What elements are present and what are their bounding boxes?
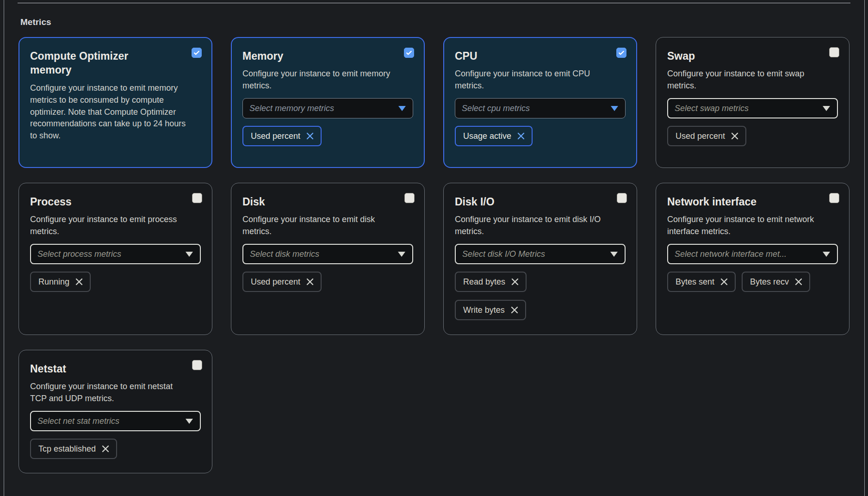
token-group: Used percent [667,126,838,146]
close-icon [719,277,729,286]
token-dismiss-button[interactable] [516,131,526,141]
token-dismiss-button[interactable] [305,277,315,286]
metric-checkbox[interactable] [404,48,414,58]
token-dismiss-button[interactable] [719,277,729,286]
metric-card-disk[interactable]: Disk Configure your instance to emit dis… [231,183,425,335]
token-group: Usage active [455,126,626,146]
metrics-select[interactable]: Select disk I/O Metrics [455,244,626,264]
token-label: Usage active [463,131,511,141]
chevron-down-icon [823,106,830,111]
token-dismiss-button[interactable] [510,305,519,315]
metric-checkbox[interactable] [192,360,202,370]
token-dismiss-button[interactable] [794,277,803,286]
token-dismiss-button[interactable] [305,131,315,141]
card-description: Configure your instance to emit netstat … [30,381,191,405]
metric-card-network-interface[interactable]: Network interface Configure your instanc… [656,183,849,335]
metrics-select[interactable]: Select disk metrics [242,244,413,264]
select-placeholder: Select net stat metrics [37,416,119,426]
token-group: Used percent [242,272,413,292]
metric-token: Usage active [455,126,533,146]
metric-token: Bytes recv [742,272,810,292]
metric-token: Read bytes [455,272,527,292]
card-description: Configure your instance to emit CPU metr… [455,68,616,92]
token-label: Bytes recv [750,277,789,287]
metrics-select[interactable]: Select memory metrics [242,98,413,118]
select-placeholder: Select swap metrics [675,104,749,113]
token-dismiss-button[interactable] [101,444,110,453]
metrics-select[interactable]: Select swap metrics [667,98,838,118]
check-icon [193,49,200,56]
select-placeholder: Select disk metrics [250,249,319,259]
token-label: Used percent [676,131,725,141]
metric-card-disk-io[interactable]: Disk I/O Configure your instance to emit… [443,183,637,335]
metric-token: Used percent [242,272,322,292]
metric-card-cpu[interactable]: CPU Configure your instance to emit CPU … [443,37,637,168]
close-icon [516,131,526,141]
chevron-down-icon [186,419,193,424]
token-group: Used percent [242,126,413,146]
metric-card-netstat[interactable]: Netstat Configure your instance to emit … [19,350,212,473]
card-title: Disk I/O [455,195,585,209]
metric-checkbox[interactable] [616,48,626,58]
token-dismiss-button[interactable] [74,277,84,286]
card-title: Process [30,195,161,209]
card-description: Configure your instance to emit swap met… [667,68,828,92]
panel-left-border [4,0,4,496]
card-title: Compute Optimizer memory [30,49,161,77]
section-divider [18,3,850,3]
token-label: Used percent [251,277,300,287]
metric-checkbox[interactable] [617,193,627,203]
check-icon [618,49,625,56]
token-label: Used percent [251,131,300,141]
close-icon [305,131,315,141]
chevron-down-icon [611,106,618,111]
token-dismiss-button[interactable] [510,277,520,286]
card-description: Configure your instance to emit disk I/O… [455,214,616,238]
card-title: Memory [242,49,373,63]
token-group: Bytes sent Bytes recv [667,272,838,292]
metrics-select[interactable]: Select net stat metrics [30,411,201,431]
card-description: Configure your instance to emit process … [30,214,191,238]
close-icon [794,277,803,286]
metric-token: Used percent [242,126,322,146]
metric-token: Bytes sent [667,272,736,292]
token-group: Running [30,272,201,292]
card-title: Disk [242,195,373,209]
metric-checkbox[interactable] [829,47,839,57]
select-placeholder: Select network interface met... [675,249,787,259]
chevron-down-icon [398,106,406,111]
token-label: Read bytes [463,277,505,287]
token-label: Tcp established [38,444,96,454]
card-description: Configure your instance to emit disk met… [242,214,403,238]
select-placeholder: Select disk I/O Metrics [462,249,545,259]
metric-card-process[interactable]: Process Configure your instance to emit … [19,183,212,335]
select-placeholder: Select process metrics [37,249,121,259]
section-label-metrics: Metrics [20,17,51,27]
card-description: Configure your instance to emit network … [667,214,828,238]
card-title: Netstat [30,362,161,376]
close-icon [305,277,315,286]
metric-token: Running [30,272,91,292]
token-dismiss-button[interactable] [730,131,739,141]
panel-right-border [864,0,865,496]
close-icon [730,131,739,141]
card-description: Configure your instance to emit memory m… [242,68,403,92]
metric-checkbox[interactable] [829,193,839,203]
metric-checkbox[interactable] [192,193,202,203]
metric-checkbox[interactable] [192,48,202,58]
metrics-select[interactable]: Select network interface met... [667,244,838,264]
metric-token: Write bytes [455,300,526,320]
close-icon [74,277,84,286]
card-title: Network interface [667,195,798,209]
metric-card-memory[interactable]: Memory Configure your instance to emit m… [231,37,425,168]
card-title: CPU [455,49,585,63]
card-title: Swap [667,49,798,63]
metrics-select[interactable]: Select process metrics [30,244,201,264]
metric-card-compute-optimizer-memory[interactable]: Compute Optimizer memory Configure your … [19,37,212,168]
metrics-select[interactable]: Select cpu metrics [455,98,626,118]
chevron-down-icon [186,252,193,257]
metric-checkbox[interactable] [404,193,415,203]
select-placeholder: Select memory metrics [249,104,334,113]
token-label: Bytes sent [676,277,714,287]
metric-card-swap[interactable]: Swap Configure your instance to emit swa… [656,37,849,168]
